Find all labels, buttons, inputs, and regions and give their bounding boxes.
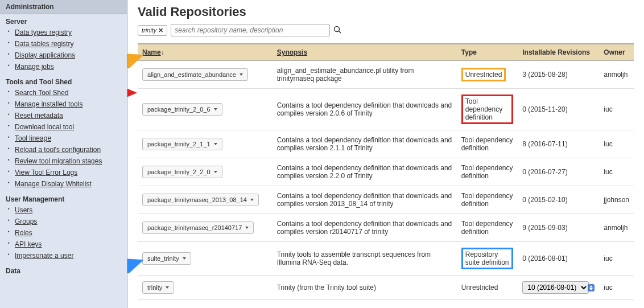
owner-cell: iuc xyxy=(599,130,634,158)
repo-name-dropdown[interactable]: package_trinity_2_2_0 xyxy=(142,166,222,178)
sidebar-section-title: Server xyxy=(0,14,127,27)
repo-name-label: align_and_estimate_abundance xyxy=(147,71,236,78)
svg-line-3 xyxy=(127,56,141,64)
synopsis-cell: Contains a tool dependency definition th… xyxy=(273,214,457,242)
table-row: trinityTrinity (from the Trinity tool su… xyxy=(138,276,634,300)
search-row: trinity ✕ xyxy=(138,24,634,36)
sidebar-link[interactable]: Tool lineage xyxy=(15,134,51,142)
type-cell: Repository suite definition xyxy=(457,242,518,276)
col-synopsis[interactable]: Synopsis xyxy=(273,44,457,61)
synopsis-cell: Contains a tool dependency definition th… xyxy=(273,89,457,130)
sidebar-link[interactable]: API keys xyxy=(15,240,42,248)
annotation-arrow-red xyxy=(127,84,139,101)
type-cell: Tool dependency definition xyxy=(457,214,518,242)
repo-name-dropdown[interactable]: trinity xyxy=(142,281,174,294)
repo-name-dropdown[interactable]: package_trinity_2_0_6 xyxy=(142,103,222,116)
type-cell: Unrestricted xyxy=(457,276,518,300)
sidebar-item: Reset metadata xyxy=(8,110,127,121)
revisions-cell: 0 (2016-08-01) xyxy=(518,242,599,276)
sidebar-link[interactable]: View Tool Error Logs xyxy=(15,169,77,176)
svg-line-1 xyxy=(339,31,341,33)
type-cell: Tool dependency definition xyxy=(457,130,518,158)
sidebar-section-title: Data xyxy=(0,264,127,276)
revisions-cell: 9 (2015-09-03) xyxy=(518,214,599,242)
sidebar-item: Tool lineage xyxy=(8,133,127,144)
sidebar-item: Manage installed tools xyxy=(8,98,127,110)
caret-down-icon xyxy=(245,227,249,229)
sidebar-link[interactable]: Roles xyxy=(15,229,32,237)
sidebar-item: Roles xyxy=(8,227,127,239)
sidebar-link[interactable]: Download local tool xyxy=(15,123,74,131)
sidebar-item: Users xyxy=(8,204,127,216)
repo-name-label: package_trinityrnaseq_2013_08_14 xyxy=(147,196,247,203)
sidebar-link[interactable]: Impersonate a user xyxy=(15,252,73,260)
main-content: Valid Repositories trinity ✕ Name↓ Synop… xyxy=(127,0,644,308)
caret-down-icon xyxy=(214,143,217,145)
sidebar-link[interactable]: Data types registry xyxy=(15,28,72,36)
sidebar-item: Search Tool Shed xyxy=(8,87,127,98)
owner-cell: iuc xyxy=(599,158,634,186)
sidebar-link[interactable]: Groups xyxy=(15,217,37,225)
sidebar-item: Manage Display Whitelist xyxy=(8,178,127,190)
owner-cell: anmoljh xyxy=(599,214,634,242)
owner-cell: iuc xyxy=(599,89,634,130)
repo-name-dropdown[interactable]: suite_trinity xyxy=(142,252,191,265)
repo-name-label: package_trinity_2_1_1 xyxy=(147,141,210,147)
revisions-cell: 0 (2016-07-27) xyxy=(518,158,599,186)
synopsis-cell: Contains a tool dependency definition th… xyxy=(273,186,457,214)
sidebar-item: Display applications xyxy=(8,50,127,61)
repo-name-label: package_trinityrnaseq_r20140717 xyxy=(147,224,242,231)
sidebar-item: Impersonate a user xyxy=(8,250,127,261)
sidebar-link[interactable]: Data tables registry xyxy=(15,40,73,48)
sidebar-link[interactable]: Reload a tool's configuration xyxy=(15,146,101,154)
owner-cell: iuc xyxy=(599,242,634,276)
revisions-cell: 8 (2016-07-11) xyxy=(518,130,599,158)
sidebar-item: Manage jobs xyxy=(8,61,127,72)
sidebar-link[interactable]: Manage jobs xyxy=(15,63,54,71)
sidebar-item: Download local tool xyxy=(8,121,127,133)
sidebar: Administration ServerData types registry… xyxy=(0,0,127,308)
owner-cell: anmoljh xyxy=(599,61,634,89)
repo-name-dropdown[interactable]: package_trinity_2_1_1 xyxy=(142,138,222,150)
remove-filter-icon[interactable]: ✕ xyxy=(158,27,163,34)
repo-name-dropdown[interactable]: package_trinityrnaseq_r20140717 xyxy=(142,221,254,234)
sidebar-section-title: User Management xyxy=(0,192,127,204)
table-row: package_trinityrnaseq_r20140717Contains … xyxy=(138,214,634,242)
type-cell: Tool dependency definition xyxy=(457,158,518,186)
search-input[interactable] xyxy=(171,24,330,36)
caret-down-icon xyxy=(214,108,217,110)
repo-name-dropdown[interactable]: package_trinityrnaseq_2013_08_14 xyxy=(142,194,259,206)
sidebar-link[interactable]: Display applications xyxy=(15,51,75,59)
col-name[interactable]: Name↓ xyxy=(138,44,273,61)
repo-name-label: package_trinity_2_2_0 xyxy=(147,169,210,175)
repo-name-label: package_trinity_2_0_6 xyxy=(147,106,210,113)
repo-name-dropdown[interactable]: align_and_estimate_abundance xyxy=(142,68,248,81)
caret-down-icon xyxy=(250,199,254,201)
sidebar-item: Data types registry xyxy=(8,27,127,38)
sidebar-link[interactable]: Manage installed tools xyxy=(15,100,82,108)
sidebar-link[interactable]: Manage Display Whitelist xyxy=(15,180,92,188)
synopsis-cell: align_and_estimate_abundance.pl utility … xyxy=(273,61,457,89)
caret-down-icon xyxy=(166,286,169,289)
sidebar-link[interactable]: Users xyxy=(15,206,32,214)
revisions-cell: 3 (2015-08-28) xyxy=(518,61,599,89)
select-stepper-icon[interactable] xyxy=(588,284,595,291)
sidebar-item: API keys xyxy=(8,239,127,250)
col-type: Type xyxy=(457,44,518,61)
page-title: Valid Repositories xyxy=(138,5,634,19)
revision-select[interactable]: 10 (2016-08-01) xyxy=(522,281,589,294)
synopsis-cell: Contains a tool dependency definition th… xyxy=(273,158,457,186)
sidebar-link[interactable]: Reset metadata xyxy=(15,112,63,120)
synopsis-cell: Trinity tools to assemble transcript seq… xyxy=(273,242,457,276)
filter-tag[interactable]: trinity ✕ xyxy=(138,25,167,36)
search-icon[interactable] xyxy=(333,26,341,35)
type-cell: Tool dependency definition xyxy=(457,89,518,130)
sidebar-link[interactable]: Review tool migration stages xyxy=(15,157,102,165)
revisions-cell: 0 (2015-11-20) xyxy=(518,89,599,130)
svg-line-7 xyxy=(127,261,141,269)
table-row: package_trinity_2_2_0Contains a tool dep… xyxy=(138,158,634,186)
table-row: suite_trinityTrinity tools to assemble t… xyxy=(138,242,634,276)
caret-down-icon xyxy=(183,257,186,260)
sidebar-link[interactable]: Search Tool Shed xyxy=(15,89,69,97)
table-row: package_trinity_2_1_1Contains a tool dep… xyxy=(138,130,634,158)
